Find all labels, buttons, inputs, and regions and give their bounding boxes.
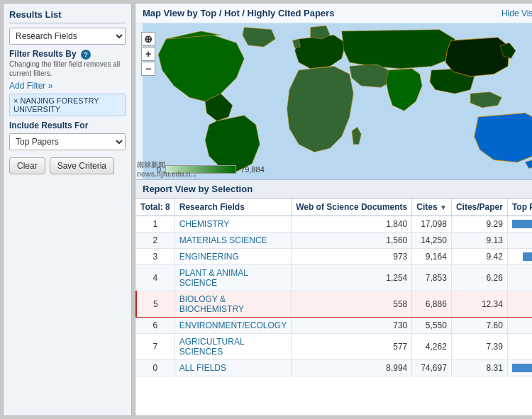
- zoom-out-button[interactable]: −: [141, 62, 155, 76]
- cell-top-papers: 7: [507, 334, 532, 360]
- cell-docs: 8,994: [292, 360, 412, 376]
- right-panel: Map View by Top / Hot / Highly Cited Pap…: [135, 3, 532, 416]
- cell-docs: 730: [292, 318, 412, 334]
- cell-top-papers: 20: [507, 233, 532, 249]
- report-header: Report View by Selection Customize: [135, 179, 532, 199]
- cell-cites: 14,250: [412, 233, 452, 249]
- cell-cites: 9,164: [412, 249, 452, 265]
- table-row: 6 ENVIRONMENT/ECOLOGY 730 5,550 7.60 6: [136, 318, 532, 334]
- cell-field[interactable]: ALL FIELDS: [174, 360, 291, 376]
- cell-rank: 6: [136, 318, 174, 334]
- map-controls: ⊕ + −: [141, 32, 155, 76]
- bar-chart-bar: [523, 252, 532, 261]
- cell-top-papers: 13: [507, 265, 532, 291]
- pan-control[interactable]: ⊕: [141, 32, 155, 46]
- cell-top-papers: 38: [507, 216, 532, 233]
- cell-rank: 3: [136, 249, 174, 265]
- cell-cites-per-paper: 9.13: [451, 233, 507, 249]
- cell-docs: 1,840: [292, 216, 412, 233]
- cell-cites-per-paper: 7.39: [451, 334, 507, 360]
- legend-gradient-bar: [165, 165, 236, 174]
- cell-cites-per-paper: 12.34: [451, 291, 507, 318]
- table-row: 7 AGRICULTURAL SCIENCES 577 4,262 7.39 7: [136, 334, 532, 360]
- panel-title: Results List: [9, 9, 126, 23]
- results-fields-select[interactable]: Research Fields: [9, 28, 126, 45]
- cell-field[interactable]: BIOLOGY & BIOCHEMISTRY: [174, 291, 291, 318]
- save-criteria-button[interactable]: Save Criteria: [50, 157, 114, 174]
- hide-visualization-link[interactable]: Hide Visualization —: [501, 9, 532, 18]
- include-results-label: Include Results For: [9, 121, 126, 130]
- include-results-select[interactable]: Top Papers Hot Papers Highly Cited Paper…: [9, 133, 126, 150]
- help-icon[interactable]: ?: [81, 50, 91, 60]
- cell-rank: 1: [136, 216, 174, 233]
- col-header-cites[interactable]: Cites ▼: [412, 199, 452, 216]
- include-results-section: Include Results For Top Papers Hot Paper…: [9, 121, 126, 150]
- cell-cites: 5,550: [412, 318, 452, 334]
- table-row: 2 MATERIALS SCIENCE 1,560 14,250 9.13 20: [136, 233, 532, 249]
- map-header: Map View by Top / Hot / Highly Cited Pap…: [135, 4, 532, 23]
- table-row: 3 ENGINEERING 973 9,164 9.42 30: [136, 249, 532, 265]
- cell-field[interactable]: ENVIRONMENT/ECOLOGY: [174, 318, 291, 334]
- table-area: Report View by Selection Customize Total…: [135, 179, 532, 415]
- map-title: Map View by Top / Hot / Highly Cited Pap…: [143, 8, 334, 18]
- cell-field[interactable]: PLANT & ANIMAL SCIENCE: [174, 265, 291, 291]
- col-header-top-papers: Top Papers: [507, 199, 532, 216]
- cell-field[interactable]: ENGINEERING: [174, 249, 291, 265]
- left-panel: Results List Research Fields Filter Resu…: [3, 3, 132, 416]
- cell-field[interactable]: AGRICULTURAL SCIENCES: [174, 334, 291, 360]
- cell-docs: 1,560: [292, 233, 412, 249]
- cell-cites-per-paper: 7.60: [451, 318, 507, 334]
- active-filter-tag: × NANJING FORESTRY UNIVERSITY: [9, 94, 126, 116]
- cell-rank: 4: [136, 265, 174, 291]
- cell-cites-per-paper: 6.26: [451, 265, 507, 291]
- table-row: 5 BIOLOGY & BIOCHEMISTRY 558 6,886 12.34…: [136, 291, 532, 318]
- sort-arrow-icon: ▼: [440, 203, 447, 211]
- zoom-in-button[interactable]: +: [141, 47, 155, 61]
- legend-max: 79,884: [240, 165, 265, 174]
- cell-docs: 558: [292, 291, 412, 318]
- cell-cites-per-paper: 9.29: [451, 216, 507, 233]
- cell-top-papers: 6: [507, 318, 532, 334]
- cell-cites-per-paper: 9.42: [451, 249, 507, 265]
- table-row: 0 ALL FIELDS 8,994 74,697 8.31 131: [136, 360, 532, 376]
- report-title: Report View by Selection: [143, 184, 253, 194]
- bar-chart-bar: [512, 220, 532, 228]
- cell-cites: 4,262: [412, 334, 452, 360]
- filter-warning: Changing the filter field removes all cu…: [9, 60, 126, 78]
- col-header-total: Total: 8: [136, 199, 174, 216]
- cell-docs: 1,254: [292, 265, 412, 291]
- cell-docs: 577: [292, 334, 412, 360]
- cell-field[interactable]: CHEMISTRY: [174, 216, 291, 233]
- table-row: 1 CHEMISTRY 1,840 17,098 9.29 38: [136, 216, 532, 233]
- col-header-cites-per-paper: Cites/Paper: [451, 199, 507, 216]
- col-header-field: Research Fields: [174, 199, 291, 216]
- cell-rank: 7: [136, 334, 174, 360]
- cell-cites-per-paper: 8.31: [451, 360, 507, 376]
- cell-top-papers: 8: [507, 291, 532, 318]
- filter-section-title: Filter Results By ?: [9, 49, 126, 60]
- table-row: 4 PLANT & ANIMAL SCIENCE 1,254 7,853 6.2…: [136, 265, 532, 291]
- cell-field[interactable]: MATERIALS SCIENCE: [174, 233, 291, 249]
- cell-rank: 0: [136, 360, 174, 376]
- cell-cites: 7,853: [412, 265, 452, 291]
- cell-top-papers: 131: [507, 360, 532, 376]
- col-header-docs: Web of Science Documents: [292, 199, 412, 216]
- results-table: Total: 8 Research Fields Web of Science …: [135, 199, 532, 376]
- cell-cites: 6,886: [412, 291, 452, 318]
- map-area: ⊕ + −: [135, 23, 532, 179]
- bar-chart-bar: [512, 364, 532, 372]
- cell-docs: 973: [292, 249, 412, 265]
- cell-rank: 2: [136, 233, 174, 249]
- world-map-svg: [135, 23, 532, 179]
- cell-top-papers: 30: [507, 249, 532, 265]
- legend-min: 0: [157, 165, 161, 174]
- add-filter-link[interactable]: Add Filter »: [9, 81, 52, 91]
- map-legend: 0 79,884: [157, 165, 265, 174]
- cell-cites: 17,098: [412, 216, 452, 233]
- cell-rank: 5: [136, 291, 174, 318]
- filter-section: Filter Results By ? Changing the filter …: [9, 49, 126, 116]
- cell-cites: 74,697: [412, 360, 452, 376]
- action-buttons: Clear Save Criteria: [9, 157, 126, 174]
- clear-button[interactable]: Clear: [9, 157, 45, 174]
